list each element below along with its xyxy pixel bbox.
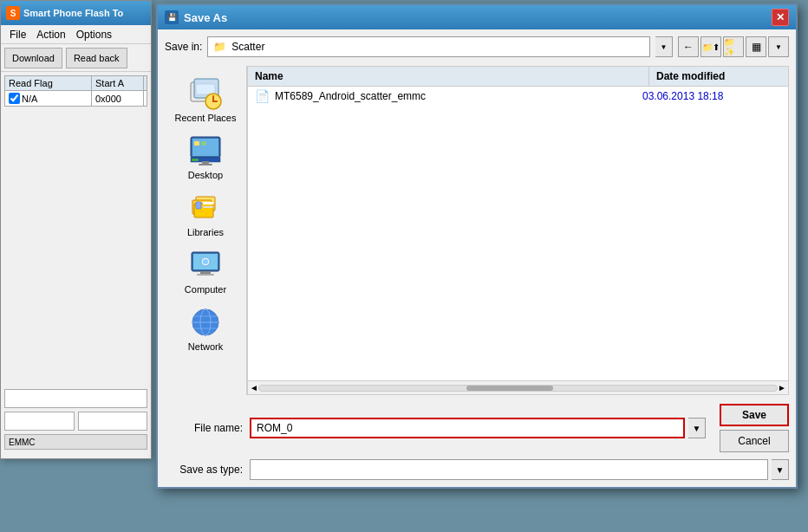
bg-input-bar	[4, 389, 147, 408]
bg-table-header: Read Flag Start A	[4, 75, 147, 90]
bg-toolbar: Download Read back	[1, 44, 151, 72]
cell-flag: N/A	[5, 91, 92, 106]
status-text: EMMC	[9, 438, 36, 447]
dialog-icon: 💾	[165, 10, 179, 24]
scrollbar-thumb	[466, 386, 553, 391]
nav-buttons: ← 📁⬆ 📁✨ ▦ ▼	[678, 36, 789, 57]
flag-value: N/A	[22, 94, 37, 104]
cancel-button[interactable]: Cancel	[720, 430, 789, 452]
save-in-dropdown-arrow[interactable]: ▼	[655, 36, 673, 57]
recent-places-label: Recent Places	[175, 113, 237, 123]
file-area-body: 📄 MT6589_Android_scatter_emmc 03.06.2013…	[248, 87, 788, 380]
svg-rect-10	[194, 141, 199, 146]
desktop-label: Desktop	[188, 170, 223, 180]
computer-icon	[188, 248, 223, 282]
dialog-content: Save in: 📁 Scatter ▼ ← 📁⬆ 📁✨ ▦ ▼	[158, 29, 796, 487]
save-as-type-wrapper: ▼	[250, 459, 789, 480]
save-button[interactable]: Save	[720, 404, 789, 426]
svg-rect-20	[200, 271, 211, 274]
download-button[interactable]: Download	[4, 48, 62, 68]
svg-rect-8	[202, 161, 209, 164]
sidebar: Recent Places	[165, 66, 247, 395]
menu-action[interactable]: Action	[31, 27, 70, 42]
file-name: MT6589_Android_scatter_emmc	[275, 90, 642, 102]
network-label: Network	[188, 341, 223, 352]
dialog-titlebar: 💾 Save As ✕	[158, 5, 796, 29]
col-start: Start A	[92, 76, 144, 90]
dialog-main: Recent Places	[165, 66, 789, 395]
dialog-title: Save As	[184, 11, 227, 24]
bg-body: Read Flag Start A N/A 0x000	[1, 72, 151, 110]
file-name-dropdown[interactable]: ▼	[688, 418, 706, 438]
svg-rect-17	[203, 206, 213, 208]
scrollbar-track	[258, 385, 778, 392]
save-in-folder-icon: 📁	[213, 41, 226, 53]
file-row[interactable]: 📄 MT6589_Android_scatter_emmc 03.06.2013…	[248, 87, 788, 106]
menu-file[interactable]: File	[4, 27, 31, 42]
nav-new-folder-button[interactable]: 📁✨	[723, 36, 744, 57]
readback-button[interactable]: Read back	[66, 48, 127, 68]
header-name: Name	[248, 67, 649, 86]
save-in-label: Save in:	[165, 41, 202, 53]
libraries-label: Libraries	[187, 227, 224, 237]
sidebar-item-recent[interactable]: Recent Places	[171, 73, 240, 127]
file-name-row: File name: ▼ Save Cancel	[165, 404, 789, 452]
file-name-input[interactable]	[250, 418, 685, 438]
save-as-type-label: Save as type:	[165, 464, 243, 476]
save-cancel-buttons: Save Cancel	[720, 404, 789, 452]
svg-rect-16	[203, 202, 213, 204]
sidebar-item-libraries[interactable]: Libraries	[171, 187, 240, 241]
svg-rect-11	[201, 141, 206, 146]
svg-rect-7	[192, 159, 199, 161]
bg-status-bar: EMMC	[4, 434, 147, 450]
sidebar-item-desktop[interactable]: Desktop	[171, 130, 240, 184]
file-name-label: File name:	[165, 422, 243, 434]
bg-input3	[78, 412, 148, 431]
libraries-icon	[188, 191, 223, 225]
file-date: 03.06.2013 18:18	[642, 90, 781, 102]
bg-table-row: N/A 0x000	[4, 90, 147, 107]
background-app-window: S Smart Phone Flash To File Action Optio…	[0, 0, 152, 459]
svg-rect-21	[197, 274, 214, 276]
header-date: Date modified	[649, 67, 788, 86]
save-in-bar: Save in: 📁 Scatter ▼ ← 📁⬆ 📁✨ ▦ ▼	[165, 36, 789, 57]
network-icon	[188, 305, 223, 340]
desktop-icon	[188, 133, 223, 168]
file-name-input-wrapper: ▼	[250, 418, 706, 438]
flag-checkbox[interactable]	[9, 93, 20, 104]
nav-views-arrow[interactable]: ▼	[768, 36, 789, 57]
dialog-form: File name: ▼ Save Cancel Save as type: ▼	[165, 400, 789, 480]
cell-addr: 0x000	[92, 91, 144, 106]
nav-back-button[interactable]: ←	[678, 36, 699, 57]
bg-bottom-area: EMMC	[4, 389, 147, 450]
bg-titlebar: S Smart Phone Flash To	[1, 1, 151, 25]
close-button[interactable]: ✕	[772, 9, 789, 26]
bg-app-title: Smart Phone Flash To	[23, 8, 123, 18]
svg-point-23	[203, 259, 208, 264]
svg-rect-9	[199, 164, 212, 165]
nav-views-button[interactable]: ▦	[746, 36, 766, 57]
dialog-title-left: 💾 Save As	[165, 10, 227, 24]
save-in-dropdown[interactable]: 📁 Scatter	[207, 36, 650, 57]
svg-rect-2	[196, 84, 215, 94]
sidebar-item-computer[interactable]: Computer	[171, 244, 240, 298]
scroll-right[interactable]: ►	[778, 383, 786, 393]
save-as-dialog: 💾 Save As ✕ Save in: 📁 Scatter ▼ ← 📁⬆ 📁✨…	[156, 3, 798, 489]
file-area-header: Name Date modified	[248, 67, 788, 87]
file-area: Name Date modified 📄 MT6589_Android_scat…	[247, 66, 789, 395]
nav-up-button[interactable]: 📁⬆	[700, 36, 721, 57]
save-as-type-dropdown[interactable]	[250, 459, 768, 480]
save-as-type-arrow[interactable]: ▼	[772, 459, 789, 480]
file-scrollbar[interactable]: ◄ ►	[248, 380, 788, 394]
save-as-type-row: Save as type: ▼	[165, 459, 789, 480]
menu-options[interactable]: Options	[71, 27, 117, 42]
svg-rect-15	[196, 202, 201, 209]
save-in-folder-name: Scatter	[231, 41, 264, 53]
bg-menubar: File Action Options	[1, 25, 151, 44]
scroll-left[interactable]: ◄	[250, 383, 258, 393]
bg-app-icon: S	[6, 6, 20, 20]
file-icon: 📄	[255, 89, 270, 103]
computer-label: Computer	[185, 284, 226, 295]
bg-input2	[4, 412, 75, 431]
sidebar-item-network[interactable]: Network	[171, 302, 240, 355]
